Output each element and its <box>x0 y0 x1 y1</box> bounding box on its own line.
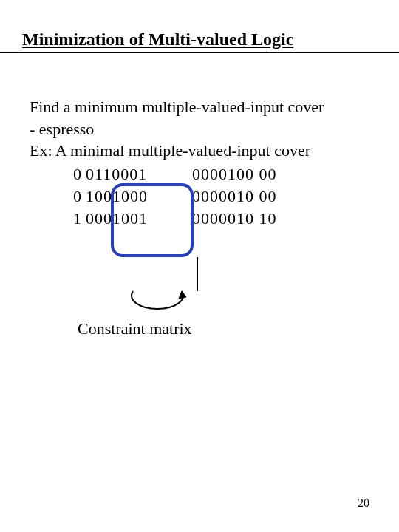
table-row: 1 0001001 0000010 10 <box>30 208 369 230</box>
col-c: 0000010 00 <box>192 185 310 208</box>
slide: Minimization of Multi-valued Logic Find … <box>0 0 399 532</box>
col-a: 0 <box>30 185 86 208</box>
col-c: 0000100 00 <box>192 163 310 185</box>
body-line: - espresso <box>30 118 369 140</box>
col-a: 1 <box>30 208 86 230</box>
col-c: 0000010 10 <box>192 208 310 230</box>
body-line: Find a minimum multiple-valued-input cov… <box>30 96 369 118</box>
table-row: 0 0110001 0000100 00 <box>30 163 369 185</box>
highlight-box <box>111 183 194 257</box>
constraint-label: Constraint matrix <box>78 318 192 340</box>
slide-title: Minimization of Multi-valued Logic <box>22 30 377 52</box>
cover-table: 0 0110001 0000100 00 0 1001000 0000010 0… <box>30 163 369 230</box>
table-row: 0 1001000 0000010 00 <box>30 185 369 208</box>
body: Find a minimum multiple-valued-input cov… <box>30 96 369 230</box>
title-underline <box>0 52 399 53</box>
connector-line <box>197 257 198 291</box>
page-number: 20 <box>358 497 369 510</box>
loop-arrow-icon <box>126 285 192 315</box>
title-area: Minimization of Multi-valued Logic <box>22 30 377 52</box>
col-b: 0110001 <box>86 163 167 185</box>
body-line: Ex: A minimal multiple-valued-input cove… <box>30 140 369 162</box>
col-a: 0 <box>30 163 86 185</box>
